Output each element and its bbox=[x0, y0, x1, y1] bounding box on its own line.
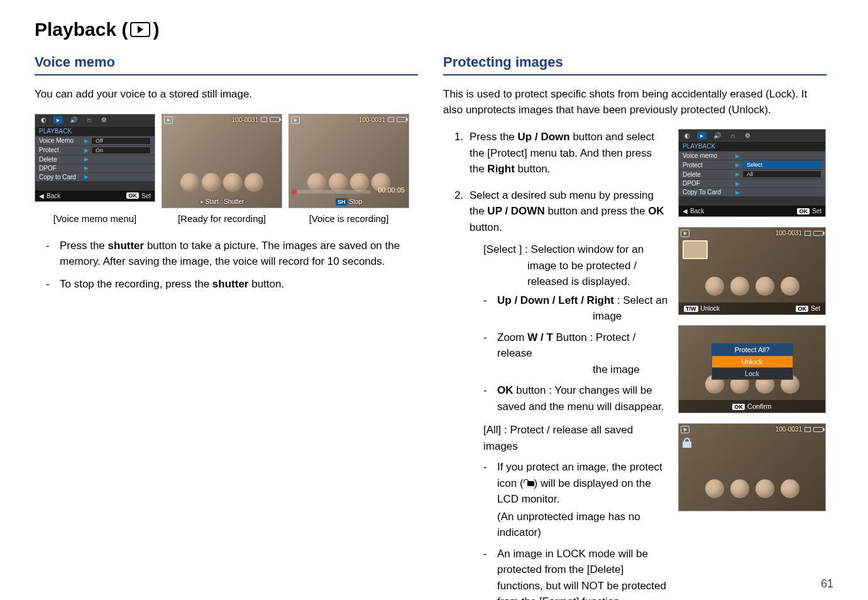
sound-tab-icon: 🔊 bbox=[67, 116, 80, 124]
status-bar: 100-0031 bbox=[776, 230, 823, 236]
bullet-shutter-record: Press the shutter button to take a pictu… bbox=[46, 238, 418, 270]
protect-images-column: ◐ ▸ 🔊 ⏍ ⚙ PLAYBACK Voice memo ▶ Protect … bbox=[678, 129, 826, 600]
page-title: Playback ( ) bbox=[35, 19, 833, 40]
battery-icon bbox=[813, 231, 823, 236]
chevron-right-icon: ▶ bbox=[735, 162, 740, 168]
section-voice-memo: Voice memo bbox=[35, 54, 418, 70]
chevron-right-icon: ▶ bbox=[84, 156, 89, 162]
protect-menu-screenshot: ◐ ▸ 🔊 ⏍ ⚙ PLAYBACK Voice memo ▶ Protect … bbox=[678, 129, 826, 217]
battery-icon bbox=[397, 117, 407, 122]
select-bullet-zoom: Zoom W / T Button : Protect / release th… bbox=[483, 330, 669, 378]
menu-row-protect: Protect ▶ Select bbox=[679, 160, 825, 169]
status-bar: 100-0031 bbox=[232, 116, 280, 123]
chevron-right-icon: ▶ bbox=[84, 147, 89, 153]
status-bar: 100-0031 bbox=[359, 116, 407, 123]
recording-screenshot: 100-0031 00:00:05 SHStop bbox=[288, 114, 409, 208]
menu-footer: ◀Back OKSet bbox=[679, 205, 825, 216]
mic-icon: ● bbox=[200, 198, 204, 205]
stop-label: SHStop bbox=[336, 198, 362, 205]
chevron-right-icon: ▶ bbox=[735, 189, 740, 196]
card-icon bbox=[388, 117, 394, 122]
caption-ready: [Ready for recording] bbox=[162, 213, 282, 224]
menu-footer: ◀Back OKSet bbox=[35, 190, 155, 201]
camera-tab-icon: ◐ bbox=[681, 131, 693, 140]
status-footer: OKConfirm bbox=[679, 400, 825, 413]
chevron-right-icon: ▶ bbox=[84, 165, 89, 171]
menu-section-label: PLAYBACK bbox=[679, 141, 825, 151]
timecode: 00:00:05 bbox=[378, 186, 405, 194]
display-tab-icon: ⏍ bbox=[728, 131, 738, 140]
dialog: Protect All? Unlock Lock bbox=[711, 343, 793, 380]
chevron-right-icon: ▶ bbox=[84, 174, 89, 180]
divider bbox=[443, 74, 827, 75]
divider bbox=[35, 74, 418, 75]
menu-row-copy-to-card: Copy to Card ▶ bbox=[35, 172, 155, 181]
all-bullet-icon: If you protect an image, the protect ico… bbox=[483, 459, 669, 541]
left-arrow-icon: ◀ bbox=[39, 192, 44, 199]
voice-memo-intro: You can add your voice to a stored still… bbox=[35, 87, 418, 103]
play-mode-icon bbox=[291, 116, 300, 124]
bullet-stop-recording: To stop the recording, press the shutter… bbox=[46, 276, 418, 292]
play-tab-icon: ▸ bbox=[697, 131, 706, 140]
menu-row-protect: Protect ▶ On bbox=[35, 145, 155, 155]
menu-row-dpof: DPOF ▶ bbox=[679, 179, 825, 187]
record-indicator-icon bbox=[292, 189, 297, 194]
setup-tab-icon: ⚙ bbox=[742, 131, 754, 140]
menu-tabs: ◐ ▸ 🔊 ⏍ ⚙ bbox=[35, 114, 155, 126]
captions-row: [Voice memo menu] [Ready for recording] … bbox=[35, 213, 418, 224]
caption-menu: [Voice memo menu] bbox=[35, 213, 155, 224]
select-label: [Select ] : Selection window for an imag… bbox=[483, 242, 669, 290]
voice-memo-menu-screenshot: ◐ ▸ 🔊 ⏍ ⚙ PLAYBACK Voice Memo ▶ Off Prot… bbox=[35, 114, 155, 202]
right-column: Protecting images This is used to protec… bbox=[443, 54, 827, 600]
setup-tab-icon: ⚙ bbox=[98, 116, 110, 124]
locked-image-screenshot: 100-0031 bbox=[678, 423, 826, 511]
menu-tabs: ◐ ▸ 🔊 ⏍ ⚙ bbox=[679, 130, 825, 141]
menu-row-voice-memo: Voice Memo ▶ Off bbox=[35, 136, 155, 145]
protect-steps: 1.Press the Up / Down button and select … bbox=[454, 129, 669, 600]
selection-thumbnail bbox=[683, 240, 708, 259]
protect-all-dialog-screenshot: Protect All? Unlock Lock OKConfirm bbox=[678, 325, 826, 413]
menu-row-voice-memo: Voice memo ▶ bbox=[679, 151, 825, 160]
play-mode-icon bbox=[164, 116, 173, 124]
menu-row-delete: Delete ▶ All bbox=[679, 169, 825, 179]
play-mode-icon bbox=[681, 426, 689, 433]
camera-tab-icon: ◐ bbox=[38, 116, 50, 124]
menu-section-label: PLAYBACK bbox=[35, 126, 155, 136]
playback-icon bbox=[130, 22, 150, 37]
chevron-right-icon: ▶ bbox=[735, 171, 740, 177]
voice-memo-bullets: Press the shutter button to take a pictu… bbox=[46, 238, 418, 292]
menu-row-dpof: DPOF ▶ bbox=[35, 164, 155, 172]
page-number: 61 bbox=[821, 577, 833, 591]
dialog-title: Protect All? bbox=[711, 343, 793, 356]
screenshots-row: ◐ ▸ 🔊 ⏍ ⚙ PLAYBACK Voice Memo ▶ Off Prot… bbox=[35, 114, 418, 208]
select-bullet-ok: OK button : Your changes will be saved a… bbox=[483, 382, 669, 414]
card-icon bbox=[805, 231, 811, 236]
select-image-screenshot: 100-0031 T/WUnlock OKSet bbox=[678, 227, 826, 315]
card-icon bbox=[805, 427, 811, 432]
status-bar: 100-0031 bbox=[776, 426, 823, 433]
status-footer: T/WUnlock OKSet bbox=[679, 303, 825, 314]
menu-row-copy-to-card: Copy To Card ▶ bbox=[679, 187, 825, 196]
step-2: 2.Select a desired sub menu by pressing … bbox=[454, 187, 669, 600]
chevron-right-icon: ▶ bbox=[735, 181, 740, 187]
title-suffix: ) bbox=[153, 19, 159, 40]
dialog-option-lock: Lock bbox=[711, 368, 793, 380]
battery-icon bbox=[270, 117, 280, 122]
section-protecting-images: Protecting images bbox=[443, 54, 827, 70]
battery-icon bbox=[813, 427, 823, 432]
caption-recording: [Voice is recording] bbox=[288, 213, 409, 224]
progress-bar bbox=[297, 190, 371, 194]
ready-recording-screenshot: 100-0031 ● Start : Shutter bbox=[162, 114, 282, 208]
lock-icon bbox=[524, 481, 534, 486]
left-column: Voice memo You can add your voice to a s… bbox=[35, 54, 418, 600]
protect-intro: This is used to protect specific shots f… bbox=[443, 87, 827, 118]
step-1: 1.Press the Up / Down button and select … bbox=[454, 129, 669, 177]
chevron-right-icon: ▶ bbox=[84, 138, 89, 144]
all-label: [All] : Protect / release all saved imag… bbox=[483, 422, 669, 454]
select-bullet-nav: Up / Down / Left / Right : Select an ima… bbox=[483, 292, 669, 325]
play-mode-icon bbox=[681, 230, 689, 237]
chevron-right-icon: ▶ bbox=[735, 153, 740, 159]
play-tab-icon: ▸ bbox=[53, 116, 63, 124]
display-tab-icon: ⏍ bbox=[84, 116, 94, 124]
protect-text-block: 1.Press the Up / Down button and select … bbox=[443, 129, 669, 600]
